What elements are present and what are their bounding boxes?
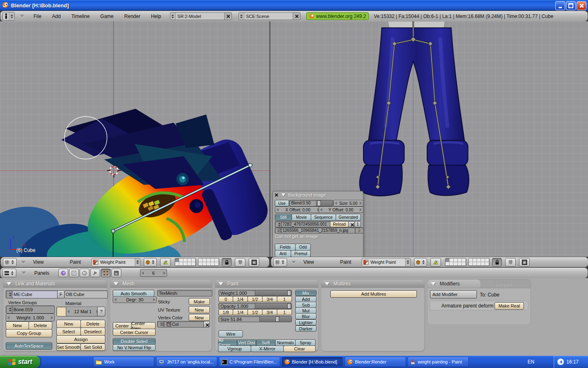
opacity-preset-threequarter[interactable]: 3/4	[262, 309, 277, 315]
pivot-point-button[interactable]	[144, 258, 157, 267]
y-offset-stepper[interactable]: Y Offset: 0.00	[318, 206, 363, 213]
auto-smooth-button[interactable]: Auto Smooth	[113, 290, 154, 297]
pivot-point-button[interactable]	[414, 258, 427, 267]
view-menu[interactable]: View	[303, 259, 314, 265]
weight-preset-quarter[interactable]: 1/4	[233, 296, 248, 302]
add-modifier-button[interactable]: Add Modifier	[430, 290, 477, 298]
odd-button[interactable]: Odd	[295, 244, 311, 251]
size-slider[interactable]: Size 51.84	[218, 316, 292, 322]
premul-button[interactable]: Premul	[291, 250, 311, 257]
vgroup-delete-button[interactable]: Delete	[29, 321, 52, 330]
panels-menu[interactable]: Panels	[34, 270, 49, 276]
uv-new-button[interactable]: New	[189, 306, 210, 313]
vert-dist-button[interactable]: Vert Dist	[237, 339, 256, 346]
render-preview-button[interactable]	[519, 258, 530, 267]
mode-sub-button[interactable]: Sub	[295, 302, 316, 308]
taskbar-item-work[interactable]: Work	[93, 357, 154, 367]
render-preview-button[interactable]	[249, 258, 259, 267]
set-smooth-button[interactable]: Set Smooth	[56, 343, 81, 351]
scene-selector[interactable]: SCE:Scene	[238, 12, 301, 20]
mesh-name-field[interactable]: ME:Cube	[12, 290, 60, 298]
layer-buttons-2[interactable]	[198, 258, 219, 266]
assign-button[interactable]: Assign	[56, 335, 105, 343]
vcol-new-button[interactable]: New	[189, 314, 210, 321]
manipulator-button[interactable]	[160, 258, 171, 267]
taskbar-item-terminal[interactable]: C:\Program Files\Blen...	[219, 357, 280, 367]
window-type-button[interactable]	[273, 258, 287, 267]
scene-context-button[interactable]	[69, 269, 79, 277]
restore-button[interactable]	[566, 1, 576, 10]
menu-file[interactable]: File	[33, 13, 41, 19]
image-datablock-field[interactable]: 7282_47972450056.001	[281, 221, 332, 227]
window-type-button[interactable]	[2, 12, 15, 20]
weight-slider[interactable]: Weight:1.000	[218, 290, 292, 296]
snap-magnet-button[interactable]	[235, 258, 245, 267]
x-mirror-button[interactable]: X-Mirror	[251, 346, 284, 352]
mode-darker-button[interactable]: Darker	[295, 325, 316, 332]
collapse-menus-icon[interactable]	[291, 261, 296, 264]
vcol-layer-name-field[interactable]: Col	[170, 321, 206, 328]
center-cursor-button[interactable]: Center Cursor	[113, 329, 156, 336]
select-button[interactable]: Select	[56, 328, 81, 336]
mode-lighter-button[interactable]: Lighter	[295, 319, 316, 325]
weight-preset-half[interactable]: 1/2	[247, 296, 263, 302]
collapse-menus-icon[interactable]	[20, 15, 24, 18]
paint-menu[interactable]: Paint	[70, 259, 81, 265]
add-multires-button[interactable]: Add Multires	[330, 290, 417, 298]
lock-layers-button[interactable]	[222, 258, 232, 267]
fields-button[interactable]: Fields	[275, 244, 296, 251]
object-context-button[interactable]	[90, 269, 100, 277]
panel-close-icon[interactable]	[274, 193, 278, 197]
viewport-3d-left[interactable]: z x (6) Cube	[0, 21, 270, 257]
tray-chevron-icon[interactable]	[557, 359, 564, 365]
soft-button[interactable]: Soft	[256, 339, 276, 346]
image-filename-field[interactable]: 1265566_10965841_2157859_n.jpg	[281, 227, 358, 233]
degr-stepper[interactable]: Degr: 30	[113, 296, 157, 303]
deselect-button[interactable]: Deselect	[80, 328, 105, 336]
tab-movie[interactable]: Movie	[292, 214, 311, 221]
menu-game[interactable]: Game	[100, 13, 114, 19]
size-stepper[interactable]: Size: 5.00	[333, 200, 363, 206]
material-browse-stepper[interactable]: 12 Mat 1	[66, 307, 100, 316]
spray-button[interactable]: Spray	[295, 339, 316, 346]
collapse-menus-icon[interactable]	[21, 272, 26, 274]
context-number-stepper[interactable]: 6	[140, 269, 167, 277]
menu-add[interactable]: Add	[52, 13, 60, 19]
make-real-button[interactable]: Make Real	[494, 302, 524, 310]
menu-render[interactable]: Render	[124, 13, 140, 19]
weight-preset-1[interactable]: 1	[277, 296, 292, 302]
pack-image-icon[interactable]	[355, 227, 363, 233]
tab-shapes[interactable]: Shapes	[476, 280, 530, 288]
mode-mul-button[interactable]: Mul	[295, 307, 316, 314]
opacity-preset-quarter[interactable]: 1/4	[233, 309, 248, 315]
scene-delete-icon[interactable]	[293, 13, 300, 20]
users-count[interactable]: 1	[354, 221, 361, 227]
use-button[interactable]: Use	[275, 200, 289, 206]
no-vnormal-flip-button[interactable]: No V.Normal Flip	[113, 344, 156, 351]
normals-button[interactable]: Normals	[275, 339, 296, 346]
tab-modifiers[interactable]: Modifiers	[428, 280, 481, 288]
reload-button[interactable]: Reload	[330, 221, 349, 227]
texmesh-field[interactable]: TexMesh:	[157, 290, 212, 296]
taskbar-item-blender-render[interactable]: Blender:Render	[345, 357, 406, 367]
close-button[interactable]	[577, 1, 586, 10]
double-sided-button[interactable]: Double Sided	[113, 338, 156, 345]
wire-button[interactable]: Wire	[218, 330, 243, 337]
opacity-slider[interactable]: Opacity 1.000	[218, 303, 292, 309]
window-titlebar[interactable]: Blender [H:\Bob.blend]	[0, 0, 588, 11]
view-menu[interactable]: View	[33, 259, 44, 265]
unlink-image-icon[interactable]	[348, 221, 355, 227]
weight-preset-threequarter[interactable]: 3/4	[262, 296, 277, 302]
image-context-button[interactable]	[111, 269, 121, 277]
mode-dropdown[interactable]: Weight Paint	[362, 258, 411, 267]
layer-buttons-2[interactable]	[468, 258, 490, 266]
material-delete-button[interactable]: Delete	[80, 320, 105, 328]
logic-context-button[interactable]	[58, 269, 68, 277]
snap-magnet-button[interactable]	[505, 258, 516, 267]
weight-preset-0[interactable]: 0	[218, 296, 233, 302]
tab-generated[interactable]: Generated	[336, 214, 361, 221]
opacity-preset-half[interactable]: 1/2	[247, 309, 263, 315]
autotexspace-button[interactable]: AutoTexSpace	[6, 342, 52, 350]
center-new-button[interactable]: Center New	[131, 322, 156, 329]
object-name-field[interactable]: OB:Cube	[64, 290, 108, 298]
